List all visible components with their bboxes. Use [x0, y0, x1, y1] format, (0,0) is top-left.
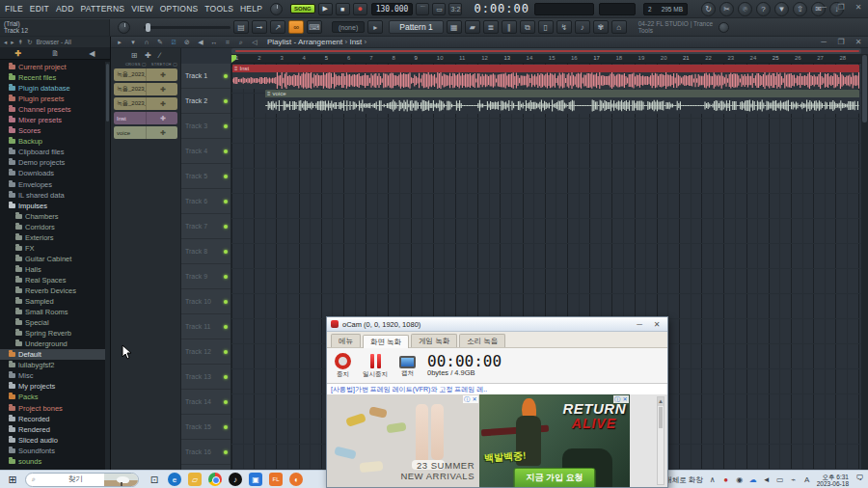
- browser-back-icon[interactable]: ◂: [4, 39, 7, 46]
- browser-item-fx[interactable]: FX: [0, 243, 105, 254]
- ad-right-cta-button[interactable]: 지금 가입 요청: [513, 468, 595, 487]
- zoom-icon[interactable]: ⌕: [236, 39, 246, 46]
- onedrive-icon[interactable]: ☁: [748, 475, 758, 484]
- browser-item-demo-projects[interactable]: Demo projects: [0, 157, 105, 168]
- volume-icon[interactable]: ◄: [762, 475, 772, 484]
- ocam-tab-소리-녹음[interactable]: 소리 녹음: [459, 334, 505, 347]
- ocam-tab-게임-녹화[interactable]: 게임 녹화: [411, 334, 457, 347]
- browser-item-real-spaces[interactable]: Real Spaces: [0, 275, 105, 285]
- browser-item-halls[interactable]: Halls: [0, 264, 105, 275]
- select-icon[interactable]: ⌗: [223, 39, 232, 46]
- track-mute-led[interactable]: [224, 250, 228, 254]
- browser-item-misc[interactable]: Misc: [0, 370, 105, 381]
- chrome-icon[interactable]: [208, 473, 222, 486]
- track-header-5[interactable]: Track 5: [181, 164, 231, 189]
- piano-roll-icon[interactable]: ▰: [465, 20, 480, 34]
- ocam-tab-메뉴[interactable]: 메뉴: [331, 334, 361, 347]
- speaker-tab-icon[interactable]: ◀: [89, 49, 95, 58]
- browser-item-backup[interactable]: Backup: [0, 136, 105, 147]
- edge-icon[interactable]: e: [168, 473, 181, 486]
- playlist-vertical-scrollbar[interactable]: [861, 54, 868, 470]
- track-header-3[interactable]: Track 3: [181, 114, 231, 139]
- menu-item-patterns[interactable]: PATTERNS: [80, 4, 124, 14]
- mic-icon[interactable]: ⌾: [738, 2, 752, 16]
- playlist-close-button[interactable]: ✕: [853, 38, 864, 46]
- track-mute-led[interactable]: [224, 175, 228, 178]
- browser-item-downloads[interactable]: Downloads: [0, 168, 105, 178]
- help-icon[interactable]: ?: [756, 2, 771, 16]
- globe-icon[interactable]: [719, 22, 729, 33]
- fl-maximize-button[interactable]: ❐: [835, 3, 847, 12]
- wait-input-icon[interactable]: ▭: [432, 3, 446, 15]
- sync-icon[interactable]: ↻: [701, 2, 716, 16]
- tiktok-icon[interactable]: ♪: [229, 473, 242, 486]
- timeline-ruler[interactable]: 1234567891011121314151617181920212223242…: [231, 54, 861, 64]
- clip-source-tool-icon-0[interactable]: ⊞: [131, 51, 138, 60]
- track-mute-led[interactable]: [224, 149, 228, 153]
- adchoices-info-icon[interactable]: ⓘ: [613, 395, 621, 403]
- browser-item-packs[interactable]: Packs: [0, 392, 105, 402]
- browser-panel-icon[interactable]: ⧉: [520, 20, 535, 34]
- browser-fwd-icon[interactable]: ▸: [11, 39, 14, 46]
- bpm-display[interactable]: 130.000: [371, 3, 414, 15]
- playlist-maximize-button[interactable]: ❐: [835, 38, 847, 46]
- ocam-tab-화면-녹화[interactable]: 화면 녹화: [363, 335, 409, 348]
- track-header-12[interactable]: Track 12: [181, 339, 231, 365]
- browser-refresh-icon[interactable]: ↻: [27, 39, 32, 46]
- main-volume-knob[interactable]: [270, 3, 283, 15]
- pattern-selector[interactable]: Pattern 1: [389, 20, 444, 34]
- link-tray-icon[interactable]: ⌁: [789, 475, 799, 484]
- track-header-8[interactable]: Track 8: [181, 239, 231, 264]
- browser-item-channel-presets[interactable]: Channel presets: [0, 104, 105, 115]
- track-mute-led[interactable]: [224, 350, 228, 354]
- clip-source-Inst[interactable]: Inst✚: [114, 112, 177, 124]
- browser-item-underground[interactable]: Underground: [0, 339, 105, 349]
- fl-minimize-button[interactable]: ─: [818, 3, 829, 12]
- recording-tray-icon[interactable]: ●: [721, 475, 731, 484]
- browser-item-scores[interactable]: Scores: [0, 125, 105, 136]
- clip-source-handle-icon[interactable]: ✚: [146, 97, 178, 110]
- track-mute-led[interactable]: [224, 375, 228, 379]
- ocam-ad-scrollbar[interactable]: ▲: [657, 396, 665, 485]
- playlist-clip-Inst[interactable]: ≡Inst: [232, 65, 859, 89]
- track-header-2[interactable]: Track 2: [181, 89, 231, 114]
- track-header-14[interactable]: Track 14: [181, 390, 231, 415]
- pattern-up-icon[interactable]: ▸: [367, 20, 383, 34]
- start-button[interactable]: ⊞: [0, 474, 25, 486]
- notification-center-icon[interactable]: 🗨: [854, 474, 866, 486]
- track-header-13[interactable]: Track 13: [181, 365, 231, 390]
- clip-header[interactable]: ≡voice: [265, 90, 859, 97]
- monitor-knob[interactable]: [118, 21, 130, 34]
- tray-expand-icon[interactable]: ∧: [708, 475, 718, 484]
- browser-item-plugin-presets[interactable]: Plugin presets: [0, 94, 105, 104]
- display-icon[interactable]: ▭: [775, 475, 785, 484]
- browser-up-icon[interactable]: ↟: [18, 39, 23, 46]
- ocam-pause-button[interactable]: 일시중지: [363, 353, 388, 379]
- browser-item-project-bones[interactable]: Project bones: [0, 403, 105, 414]
- browser-item-sliced-audio[interactable]: Sliced audio: [0, 435, 105, 446]
- record-button[interactable]: ●: [353, 3, 367, 15]
- project-info-icon[interactable]: ▯: [538, 20, 554, 34]
- playlist-crumb[interactable]: Inst: [349, 38, 362, 46]
- firefox-icon[interactable]: ◖: [289, 473, 303, 486]
- playlist-minimize-button[interactable]: ─: [818, 38, 829, 46]
- link-icon[interactable]: ∞: [288, 20, 304, 34]
- clip-source-handle-icon[interactable]: ✚: [146, 126, 178, 139]
- track-header-7[interactable]: Track 7: [181, 214, 231, 239]
- ocam-help-link[interactable]: [사용법]가변 프레임 레이트(VFR)와 고정 프레임 레..: [331, 385, 487, 394]
- track-header-1[interactable]: Track 1: [181, 64, 231, 89]
- save-icon[interactable]: ▼: [774, 2, 789, 16]
- browser-item-lullabygfsf2[interactable]: lullabygfsf2: [0, 360, 105, 370]
- clip-source-handle-icon[interactable]: ✚: [146, 112, 178, 124]
- browser-item-recorded[interactable]: Recorded: [0, 414, 105, 424]
- cut-icon[interactable]: ✂: [719, 2, 734, 16]
- track-header-15[interactable]: Track 15: [181, 415, 231, 440]
- remote-icon[interactable]: ✾: [593, 20, 609, 34]
- browser-item-envelopes[interactable]: Envelopes: [0, 179, 105, 190]
- ad-close-icon[interactable]: ✕: [471, 395, 478, 403]
- ad-right-banner[interactable]: ⓘ ✕ RETURN ALIVE 백발백중! 지금 가입 요청: [479, 394, 630, 487]
- browser-item-clipboard-files[interactable]: Clipboard files: [0, 147, 105, 157]
- ad-close-icon[interactable]: ✕: [621, 395, 629, 403]
- menu-item-edit[interactable]: EDIT: [30, 4, 49, 14]
- mixer-icon[interactable]: ∥: [502, 20, 517, 34]
